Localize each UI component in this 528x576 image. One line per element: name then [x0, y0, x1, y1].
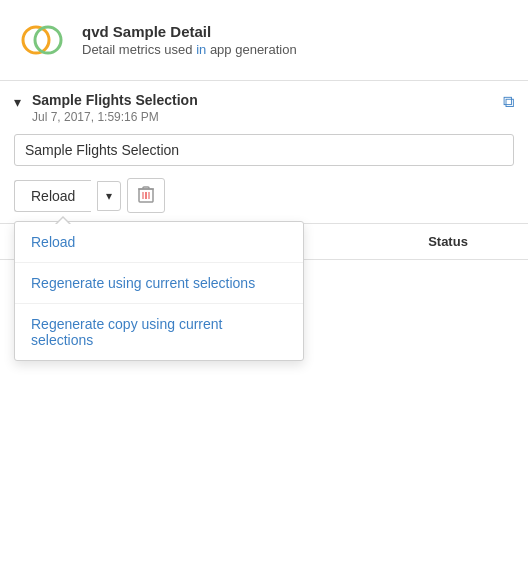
- subtitle-link: in: [196, 42, 206, 57]
- trash-icon: [138, 185, 154, 206]
- dropdown-item-regenerate-copy[interactable]: Regenerate copy using current selections: [15, 304, 303, 360]
- input-row: [0, 128, 528, 174]
- subtitle-suffix: app generation: [206, 42, 296, 57]
- section-title-group: Sample Flights Selection Jul 7, 2017, 1:…: [32, 91, 198, 124]
- header-text: qvd Sample Detail Detail metrics used in…: [82, 23, 297, 57]
- app-logo: [16, 14, 68, 66]
- reload-button[interactable]: Reload: [14, 180, 91, 212]
- header: qvd Sample Detail Detail metrics used in…: [0, 0, 528, 81]
- reload-dropdown-button[interactable]: ▾: [97, 181, 121, 211]
- dropdown-item-regenerate[interactable]: Regenerate using current selections: [15, 263, 303, 304]
- status-header-label: Status: [428, 234, 468, 249]
- table-col-status: Status: [368, 224, 528, 259]
- dropdown-arrow-icon: ▾: [106, 189, 112, 203]
- section-title-row: ▾ Sample Flights Selection Jul 7, 2017, …: [0, 81, 528, 128]
- regen-item-label: Regenerate using current selections: [31, 275, 255, 291]
- dropdown-item-reload[interactable]: Reload: [15, 222, 303, 263]
- dropdown-menu: Reload Regenerate using current selectio…: [14, 221, 304, 361]
- regen-copy-item-label: Regenerate copy using current selections: [31, 316, 222, 348]
- name-input[interactable]: [14, 134, 514, 166]
- external-link-icon[interactable]: ⧉: [503, 93, 514, 111]
- section-title-left: ▾ Sample Flights Selection Jul 7, 2017, …: [14, 91, 198, 124]
- section-timestamp: Jul 7, 2017, 1:59:16 PM: [32, 110, 198, 124]
- subtitle-prefix: Detail metrics used: [82, 42, 196, 57]
- delete-button[interactable]: [127, 178, 165, 213]
- dropdown-pointer: [55, 216, 71, 224]
- chevron-down-icon[interactable]: ▾: [14, 94, 26, 106]
- reload-item-label: Reload: [31, 234, 75, 250]
- section-title: Sample Flights Selection: [32, 91, 198, 109]
- app-title: qvd Sample Detail: [82, 23, 297, 40]
- button-row: Reload ▾ Reload Regenerate using current…: [0, 174, 528, 223]
- app-subtitle: Detail metrics used in app generation: [82, 42, 297, 57]
